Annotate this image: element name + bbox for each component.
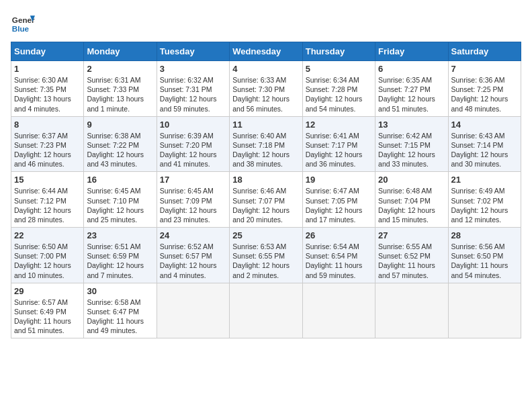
day-detail: Sunrise: 6:41 AMSunset: 7:17 PMDaylight:… [306, 131, 372, 169]
calendar-cell: 26Sunrise: 6:54 AMSunset: 6:54 PMDayligh… [302, 228, 375, 283]
calendar-cell: 16Sunrise: 6:45 AMSunset: 7:10 PMDayligh… [84, 172, 157, 228]
calendar-cell: 11Sunrise: 6:40 AMSunset: 7:18 PMDayligh… [230, 116, 302, 172]
day-detail: Sunrise: 6:54 AMSunset: 6:54 PMDaylight:… [306, 242, 372, 280]
calendar-cell: 20Sunrise: 6:48 AMSunset: 7:04 PMDayligh… [375, 172, 448, 228]
day-number: 17 [160, 175, 226, 185]
day-detail: Sunrise: 6:33 AMSunset: 7:30 PMDaylight:… [232, 75, 299, 113]
day-detail: Sunrise: 6:48 AMSunset: 7:04 PMDaylight:… [378, 186, 445, 224]
day-detail: Sunrise: 6:47 AMSunset: 7:05 PMDaylight:… [306, 186, 372, 224]
week-row-3: 15Sunrise: 6:44 AMSunset: 7:12 PMDayligh… [11, 172, 521, 228]
calendar-cell [448, 283, 521, 338]
day-detail: Sunrise: 6:40 AMSunset: 7:18 PMDaylight:… [232, 131, 299, 169]
day-number: 12 [306, 120, 372, 130]
day-detail: Sunrise: 6:39 AMSunset: 7:20 PMDaylight:… [160, 131, 226, 169]
day-detail: Sunrise: 6:34 AMSunset: 7:28 PMDaylight:… [306, 75, 372, 113]
day-number: 20 [378, 175, 445, 185]
col-header-saturday: Saturday [448, 42, 521, 61]
day-detail: Sunrise: 6:56 AMSunset: 6:50 PMDaylight:… [451, 242, 518, 280]
day-number: 21 [451, 175, 518, 185]
day-number: 2 [87, 64, 153, 74]
calendar-cell [375, 283, 448, 338]
logo-icon: General Blue [11, 11, 35, 35]
calendar-cell: 10Sunrise: 6:39 AMSunset: 7:20 PMDayligh… [157, 116, 229, 172]
day-detail: Sunrise: 6:51 AMSunset: 6:59 PMDaylight:… [87, 242, 153, 280]
day-detail: Sunrise: 6:50 AMSunset: 7:00 PMDaylight:… [14, 242, 81, 280]
day-number: 8 [14, 120, 81, 130]
calendar-cell: 7Sunrise: 6:36 AMSunset: 7:25 PMDaylight… [448, 61, 521, 117]
calendar-cell [230, 283, 302, 338]
calendar-cell: 6Sunrise: 6:35 AMSunset: 7:27 PMDaylight… [375, 61, 448, 117]
day-detail: Sunrise: 6:31 AMSunset: 7:33 PMDaylight:… [87, 75, 153, 113]
day-detail: Sunrise: 6:32 AMSunset: 7:31 PMDaylight:… [160, 75, 226, 113]
header: General Blue [11, 11, 521, 35]
calendar-cell: 14Sunrise: 6:43 AMSunset: 7:14 PMDayligh… [448, 116, 521, 172]
day-number: 3 [160, 64, 226, 74]
calendar-cell: 8Sunrise: 6:37 AMSunset: 7:23 PMDaylight… [11, 116, 84, 172]
col-header-wednesday: Wednesday [230, 42, 302, 61]
col-header-sunday: Sunday [11, 42, 84, 61]
calendar-cell: 13Sunrise: 6:42 AMSunset: 7:15 PMDayligh… [375, 116, 448, 172]
logo: General Blue [11, 11, 35, 35]
calendar-cell: 30Sunrise: 6:58 AMSunset: 6:47 PMDayligh… [84, 283, 157, 338]
day-detail: Sunrise: 6:52 AMSunset: 6:57 PMDaylight:… [160, 242, 226, 280]
calendar-cell: 2Sunrise: 6:31 AMSunset: 7:33 PMDaylight… [84, 61, 157, 117]
day-detail: Sunrise: 6:42 AMSunset: 7:15 PMDaylight:… [378, 131, 445, 169]
col-header-thursday: Thursday [302, 42, 375, 61]
day-number: 18 [232, 175, 299, 185]
calendar-cell: 24Sunrise: 6:52 AMSunset: 6:57 PMDayligh… [157, 228, 229, 283]
header-row: SundayMondayTuesdayWednesdayThursdayFrid… [11, 42, 521, 61]
day-detail: Sunrise: 6:45 AMSunset: 7:09 PMDaylight:… [160, 186, 226, 224]
day-detail: Sunrise: 6:45 AMSunset: 7:10 PMDaylight:… [87, 186, 153, 224]
calendar-cell: 9Sunrise: 6:38 AMSunset: 7:22 PMDaylight… [84, 116, 157, 172]
day-detail: Sunrise: 6:44 AMSunset: 7:12 PMDaylight:… [14, 186, 81, 224]
day-detail: Sunrise: 6:38 AMSunset: 7:22 PMDaylight:… [87, 131, 153, 169]
week-row-5: 29Sunrise: 6:57 AMSunset: 6:49 PMDayligh… [11, 283, 521, 338]
calendar-cell: 3Sunrise: 6:32 AMSunset: 7:31 PMDaylight… [157, 61, 229, 117]
day-detail: Sunrise: 6:46 AMSunset: 7:07 PMDaylight:… [232, 186, 299, 224]
calendar-cell: 28Sunrise: 6:56 AMSunset: 6:50 PMDayligh… [448, 228, 521, 283]
week-row-4: 22Sunrise: 6:50 AMSunset: 7:00 PMDayligh… [11, 228, 521, 283]
day-detail: Sunrise: 6:49 AMSunset: 7:02 PMDaylight:… [451, 186, 518, 224]
day-detail: Sunrise: 6:57 AMSunset: 6:49 PMDaylight:… [14, 298, 81, 336]
day-number: 15 [14, 175, 81, 185]
day-number: 25 [232, 230, 299, 240]
calendar-cell: 29Sunrise: 6:57 AMSunset: 6:49 PMDayligh… [11, 283, 84, 338]
day-number: 16 [87, 175, 153, 185]
day-number: 27 [378, 230, 445, 240]
calendar-cell: 4Sunrise: 6:33 AMSunset: 7:30 PMDaylight… [230, 61, 302, 117]
week-row-2: 8Sunrise: 6:37 AMSunset: 7:23 PMDaylight… [11, 116, 521, 172]
day-number: 11 [232, 120, 299, 130]
day-number: 10 [160, 120, 226, 130]
calendar-cell: 27Sunrise: 6:55 AMSunset: 6:52 PMDayligh… [375, 228, 448, 283]
day-number: 5 [306, 64, 372, 74]
col-header-tuesday: Tuesday [157, 42, 229, 61]
calendar-cell [302, 283, 375, 338]
calendar-cell: 21Sunrise: 6:49 AMSunset: 7:02 PMDayligh… [448, 172, 521, 228]
day-detail: Sunrise: 6:55 AMSunset: 6:52 PMDaylight:… [378, 242, 445, 280]
day-detail: Sunrise: 6:37 AMSunset: 7:23 PMDaylight:… [14, 131, 81, 169]
day-number: 26 [306, 230, 372, 240]
calendar-cell: 18Sunrise: 6:46 AMSunset: 7:07 PMDayligh… [230, 172, 302, 228]
calendar-cell: 12Sunrise: 6:41 AMSunset: 7:17 PMDayligh… [302, 116, 375, 172]
calendar-cell: 17Sunrise: 6:45 AMSunset: 7:09 PMDayligh… [157, 172, 229, 228]
day-number: 14 [451, 120, 518, 130]
calendar-cell: 23Sunrise: 6:51 AMSunset: 6:59 PMDayligh… [84, 228, 157, 283]
day-detail: Sunrise: 6:36 AMSunset: 7:25 PMDaylight:… [451, 75, 518, 113]
calendar-cell: 19Sunrise: 6:47 AMSunset: 7:05 PMDayligh… [302, 172, 375, 228]
day-detail: Sunrise: 6:58 AMSunset: 6:47 PMDaylight:… [87, 298, 153, 336]
day-number: 28 [451, 230, 518, 240]
calendar-cell: 1Sunrise: 6:30 AMSunset: 7:35 PMDaylight… [11, 61, 84, 117]
day-number: 1 [14, 64, 81, 74]
day-number: 6 [378, 64, 445, 74]
col-header-friday: Friday [375, 42, 448, 61]
week-row-1: 1Sunrise: 6:30 AMSunset: 7:35 PMDaylight… [11, 61, 521, 117]
day-number: 30 [87, 286, 153, 296]
calendar-cell: 25Sunrise: 6:53 AMSunset: 6:55 PMDayligh… [230, 228, 302, 283]
day-number: 23 [87, 230, 153, 240]
day-number: 19 [306, 175, 372, 185]
day-number: 9 [87, 120, 153, 130]
calendar-cell: 22Sunrise: 6:50 AMSunset: 7:00 PMDayligh… [11, 228, 84, 283]
day-number: 4 [232, 64, 299, 74]
calendar-table: SundayMondayTuesdayWednesdayThursdayFrid… [11, 42, 521, 338]
day-detail: Sunrise: 6:43 AMSunset: 7:14 PMDaylight:… [451, 131, 518, 169]
